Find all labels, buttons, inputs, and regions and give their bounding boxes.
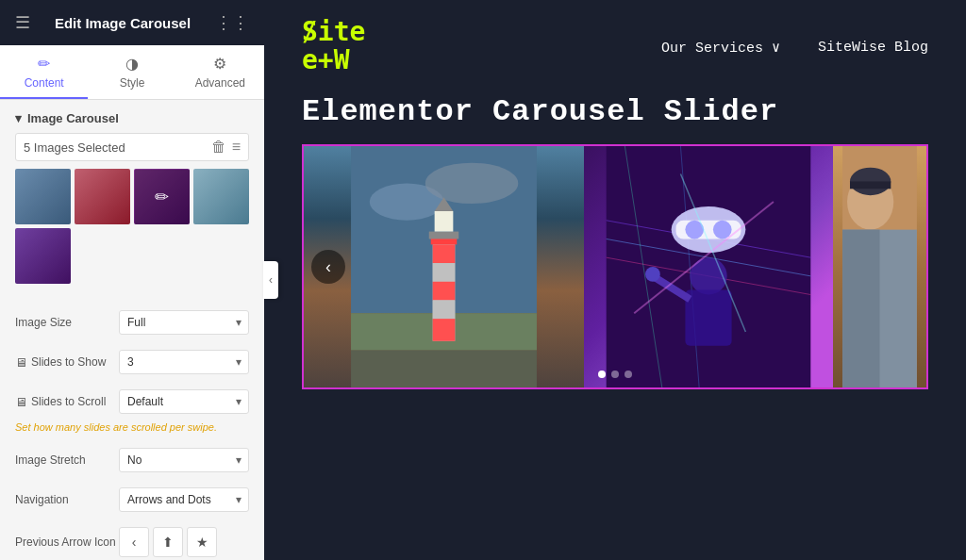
svg-point-31: [645, 267, 660, 282]
arrow-icon-left[interactable]: ‹: [119, 527, 149, 557]
carousel-slides: [304, 146, 926, 387]
svg-text:e+W: e+W: [302, 44, 350, 75]
slides-to-scroll-select[interactable]: Default 1 2 3: [119, 389, 249, 414]
logo-svg: Site / e+W: [302, 12, 377, 78]
tab-bar: ✏ Content ◑ Style ⚙ Advanced: [0, 45, 264, 100]
delete-images-icon[interactable]: 🗑: [211, 140, 226, 155]
svg-rect-37: [850, 181, 891, 189]
images-selected-row: 5 Images Selected 🗑 ≡: [15, 133, 249, 161]
right-area: ‹ Site / e+W Our Services ∨ SiteWise Blo…: [264, 0, 966, 560]
svg-rect-29: [685, 290, 731, 346]
field-slides-to-scroll: 🖥 Slides to Scroll Default 1 2 3: [0, 382, 264, 421]
svg-point-36: [850, 168, 891, 196]
monitor-icon-2: 🖥: [15, 395, 27, 409]
hamburger-icon[interactable]: ☰: [15, 12, 30, 33]
svg-rect-5: [351, 351, 537, 387]
site-nav: Site / e+W Our Services ∨ SiteWise Blog: [264, 0, 966, 94]
nav-services-text: Our Services ∨: [661, 39, 780, 57]
prev-arrow-label: Previous Arrow Icon: [15, 535, 119, 549]
slides-to-show-label: 🖥 Slides to Show: [15, 355, 119, 370]
reorder-images-icon[interactable]: ≡: [232, 140, 241, 155]
style-tab-icon: ◑: [125, 55, 139, 73]
image-size-label: Image Size: [15, 316, 119, 329]
image-thumb-5[interactable]: [15, 228, 71, 284]
content-tab-icon: ✏: [38, 55, 50, 73]
tab-advanced-label: Advanced: [195, 76, 245, 90]
arrow-icon-star[interactable]: ★: [187, 527, 217, 557]
collapse-handle[interactable]: ‹: [263, 261, 278, 299]
monitor-icon-1: 🖥: [15, 355, 27, 370]
svg-text:/: /: [302, 16, 318, 47]
field-slides-to-show: 🖥 Slides to Show 1 2 3 4 5: [0, 342, 264, 382]
svg-rect-11: [433, 263, 456, 282]
carousel-slide-1: [304, 146, 584, 387]
arrow-icons-row: ‹ ⬆ ★: [119, 527, 217, 557]
navigation-select[interactable]: Arrows and Dots Arrows Dots None: [119, 487, 249, 512]
image-stretch-select-wrapper: No Yes: [119, 448, 249, 472]
field-prev-arrow: Previous Arrow Icon ‹ ⬆ ★: [0, 519, 264, 560]
tab-style[interactable]: ◑ Style: [88, 45, 175, 99]
navigation-select-wrapper: Arrows and Dots Arrows Dots None: [119, 487, 249, 512]
svg-rect-13: [433, 300, 456, 319]
carousel-slide-2: [584, 146, 833, 387]
slides-to-scroll-label: 🖥 Slides to Scroll: [15, 395, 119, 409]
field-image-stretch: Image Stretch No Yes: [0, 440, 264, 480]
image-stretch-label: Image Stretch: [15, 453, 119, 467]
svg-rect-16: [435, 211, 454, 232]
carousel-dots: [598, 371, 632, 378]
svg-rect-12: [433, 282, 456, 301]
arrow-icon-upload[interactable]: ⬆: [153, 527, 183, 557]
carousel-prev-button[interactable]: ‹: [311, 250, 345, 284]
slides-to-show-select-wrapper: 1 2 3 4 5: [119, 350, 249, 374]
section-header: ▾ Image Carousel: [0, 100, 264, 133]
image-thumb-4[interactable]: [193, 169, 249, 224]
nav-links: Our Services ∨ SiteWise Blog: [661, 39, 928, 57]
tab-content[interactable]: ✏ Content: [0, 45, 88, 99]
field-navigation: Navigation Arrows and Dots Arrows Dots N…: [0, 480, 264, 519]
image-thumb-3[interactable]: [134, 169, 190, 224]
field-image-size: Image Size Full Large Medium Thumbnail: [0, 303, 264, 342]
slides-to-scroll-select-wrapper: Default 1 2 3: [119, 389, 249, 414]
grid-icon[interactable]: ⋮⋮: [215, 12, 249, 33]
person-svg: [833, 146, 926, 387]
svg-rect-39: [842, 230, 879, 387]
dot-2[interactable]: [611, 371, 619, 378]
advanced-tab-icon: ⚙: [213, 55, 226, 73]
svg-point-7: [425, 163, 518, 204]
image-thumb-2[interactable]: [75, 169, 130, 224]
hint-text: Set how many slides are scrolled per swi…: [0, 421, 264, 440]
nav-link-services[interactable]: Our Services ∨: [661, 39, 780, 57]
nav-blog-text: SiteWise Blog: [818, 40, 928, 56]
left-panel: ☰ Edit Image Carousel ⋮⋮ ✏ Content ◑ Sty…: [0, 0, 264, 560]
section-title: Image Carousel: [27, 111, 119, 125]
site-logo: Site / e+W: [302, 12, 377, 82]
slides-to-show-select[interactable]: 1 2 3 4 5: [119, 350, 249, 374]
image-stretch-select[interactable]: No Yes: [119, 448, 249, 472]
tab-style-label: Style: [120, 76, 145, 90]
image-size-select-wrapper: Full Large Medium Thumbnail: [119, 310, 249, 335]
image-grid: [15, 169, 249, 284]
lighthouse-svg: [304, 146, 584, 387]
page-title: Elementor Carousel Slider: [302, 94, 928, 129]
main-content: Elementor Carousel Slider ‹: [264, 94, 966, 560]
svg-rect-10: [433, 244, 456, 263]
tab-advanced[interactable]: ⚙ Advanced: [176, 45, 264, 99]
carousel-slide-3: [833, 146, 926, 387]
image-size-select[interactable]: Full Large Medium Thumbnail: [119, 310, 249, 335]
svg-rect-15: [429, 232, 459, 239]
section-collapse-icon[interactable]: ▾: [15, 111, 22, 125]
svg-rect-14: [433, 319, 456, 341]
tab-content-label: Content: [25, 76, 64, 90]
images-count-label: 5 Images Selected: [24, 140, 206, 155]
panel-title: Edit Image Carousel: [55, 15, 191, 31]
nav-link-blog[interactable]: SiteWise Blog: [818, 40, 928, 56]
dot-3[interactable]: [625, 371, 632, 378]
carousel-container: ‹: [302, 144, 928, 389]
svg-point-27: [713, 221, 732, 239]
dot-1[interactable]: [598, 371, 606, 378]
vr-svg: [584, 146, 833, 387]
image-thumb-1[interactable]: [15, 169, 71, 224]
navigation-label: Navigation: [15, 493, 119, 506]
panel-header: ☰ Edit Image Carousel ⋮⋮: [0, 0, 264, 45]
